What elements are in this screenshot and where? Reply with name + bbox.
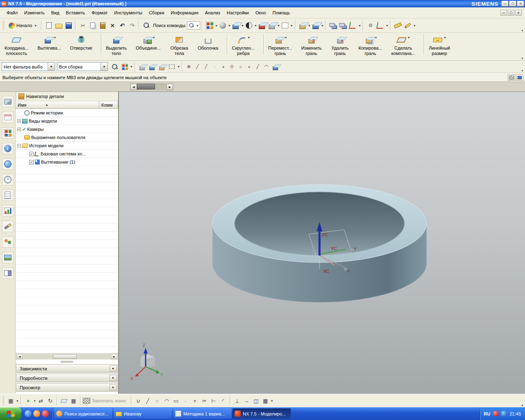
finish-sketch-icon[interactable] xyxy=(83,398,90,404)
unite-button[interactable]: ▼ Объедине... xyxy=(134,34,163,52)
snap-control-point-button[interactable]: · xyxy=(211,63,219,71)
task-button-nx-active[interactable]: NX 7.5 - Моделиро... xyxy=(233,409,291,419)
snap-point-on-face-button[interactable]: ◠ xyxy=(262,63,270,71)
background-button[interactable] xyxy=(281,21,290,30)
quick-launch-opera-icon[interactable] xyxy=(42,410,49,417)
expand-icon[interactable]: + xyxy=(17,128,21,131)
tree-item-user-expressions[interactable]: Выражения пользователя xyxy=(16,133,118,142)
arc-button[interactable]: ◠ xyxy=(162,397,171,405)
delete-button[interactable]: ✕ xyxy=(108,21,117,30)
marquee-select-button[interactable] xyxy=(167,62,176,71)
menu-insert[interactable]: Вставить xyxy=(63,9,89,17)
sketch-reattach-button[interactable]: ⇄ xyxy=(37,397,45,405)
column-header-comment[interactable]: Комм xyxy=(99,101,118,109)
prompt-window-button[interactable] xyxy=(516,74,523,81)
type-filter-combo[interactable]: Нет фильтра выбо ▼ xyxy=(2,62,55,71)
toolbar-grip[interactable] xyxy=(3,396,5,406)
graphics-window[interactable]: ZC YC XC Y X Z xyxy=(119,92,525,394)
maximize-button[interactable]: □ xyxy=(509,1,516,7)
dependencies-panel-bar[interactable]: Зависимости ▼ xyxy=(16,364,118,373)
mdi-minimize-button[interactable]: – xyxy=(500,10,507,16)
menu-file[interactable]: Файл xyxy=(3,9,21,17)
sketch-task-button[interactable]: ▦ xyxy=(7,397,15,405)
checkbox-checked-icon[interactable]: ✓ xyxy=(29,152,34,156)
snap-point-enable-button[interactable]: ⊕ xyxy=(185,63,193,71)
snap-quadrant-button[interactable]: ○ xyxy=(237,63,244,71)
orient-view-button[interactable] xyxy=(231,21,240,30)
toolbar-overflow-icon[interactable]: ▼ xyxy=(521,57,524,60)
copy-face-button[interactable]: ▼ Копирова... грань xyxy=(356,34,384,57)
mdi-close-button[interactable]: × xyxy=(515,10,522,16)
mirror-button[interactable]: ◫ xyxy=(252,397,260,405)
pattern-button[interactable]: ▦ xyxy=(261,397,270,405)
mdi-restore-button[interactable]: □ xyxy=(508,10,514,16)
move-face-button[interactable]: →▼ Перемест... грань xyxy=(266,34,294,57)
chevron-down-icon[interactable]: ▼ xyxy=(110,384,116,390)
find-component-button[interactable] xyxy=(110,62,119,71)
copy-button[interactable] xyxy=(88,21,97,30)
fillet-button[interactable]: ◜ xyxy=(219,397,228,405)
tray-update-icon[interactable] xyxy=(501,411,507,416)
checkbox-checked-icon[interactable]: ✓ xyxy=(29,160,34,164)
toolbar-grip[interactable] xyxy=(3,21,5,30)
layer-visible-button[interactable] xyxy=(338,21,347,30)
scope-filter-combo[interactable]: Вся сборка ▼ xyxy=(57,62,108,71)
synchronize-button[interactable]: ⚙ xyxy=(366,21,375,30)
snap-arc-center-button[interactable]: ⊙ xyxy=(228,63,236,71)
resize-face-button[interactable]: ▯ Изменить грань xyxy=(299,34,324,57)
details-panel-bar[interactable]: Подробности ▼ xyxy=(16,374,118,382)
view-layout-button[interactable] xyxy=(205,21,214,30)
command-finder-button[interactable] xyxy=(142,21,151,30)
datum-plane-button[interactable]: Координа... плоскость xyxy=(2,34,30,57)
minimize-button[interactable]: – xyxy=(502,1,509,7)
layer-settings-button[interactable] xyxy=(329,21,338,30)
measure-button[interactable] xyxy=(393,21,402,30)
save-button[interactable] xyxy=(64,21,73,30)
history-palette-button[interactable] xyxy=(2,174,14,185)
tree-item-extrude[interactable]: ✓ Вытягивание (1) xyxy=(16,158,118,166)
select-scope-1-button[interactable] xyxy=(138,62,147,71)
menu-information[interactable]: Информация xyxy=(167,9,201,17)
menu-preferences[interactable]: Настройки xyxy=(224,9,252,17)
command-finder-input[interactable]: ▼ xyxy=(187,21,200,30)
chevron-down-icon[interactable]: ▼ xyxy=(110,365,116,372)
snap-face-button[interactable] xyxy=(271,62,280,71)
hd3d-tools-button[interactable] xyxy=(2,205,14,217)
close-button[interactable]: × xyxy=(517,1,524,7)
combo-arrow-icon[interactable]: ▼ xyxy=(100,63,107,71)
extrude-button[interactable]: ▼ Вытягива... xyxy=(35,34,63,52)
notes-button[interactable] xyxy=(2,189,14,201)
annotation-button[interactable] xyxy=(403,21,412,30)
scroll-right-button[interactable]: ► xyxy=(167,84,173,90)
scroll-left-button[interactable]: ◄ xyxy=(130,84,137,90)
menu-analysis[interactable]: Анализ xyxy=(202,9,224,17)
combo-arrow-icon[interactable]: ▼ xyxy=(48,63,55,71)
menu-tools[interactable]: Инструменты xyxy=(111,9,146,17)
chevron-down-icon[interactable]: ▼ xyxy=(110,375,116,381)
menu-assemblies[interactable]: Сборки xyxy=(146,9,167,17)
language-indicator[interactable]: RU xyxy=(484,411,491,416)
circle-button[interactable]: ○ xyxy=(153,397,162,405)
task-button-document-metodika[interactable]: Методика 1 вариа... xyxy=(173,409,231,419)
trim-button[interactable]: ✂ xyxy=(200,397,209,405)
quick-launch-firefox-icon[interactable] xyxy=(33,410,40,417)
menu-edit[interactable]: Изменить xyxy=(21,9,48,17)
tree-item-model-views[interactable]: + Виды модели xyxy=(16,117,118,125)
pan-button[interactable] xyxy=(298,21,307,30)
toolbar-overflow-icon[interactable]: ▼ xyxy=(521,404,524,407)
quick-launch-browser-icon[interactable] xyxy=(25,410,32,417)
linear-dimension-button[interactable]: ↔▼ Линейный размер xyxy=(427,34,452,57)
select-scope-3-button[interactable] xyxy=(158,62,167,71)
scroll-thumb[interactable] xyxy=(53,354,77,359)
scroll-track[interactable] xyxy=(23,354,110,359)
trim-body-button[interactable]: Обрезка тела xyxy=(168,34,191,57)
start-button[interactable] xyxy=(0,407,21,420)
extend-button[interactable]: ⊢ xyxy=(210,397,218,405)
paste-button[interactable] xyxy=(98,21,107,30)
sketch-grid-button[interactable]: ▦ xyxy=(69,397,78,405)
snap-midpoint-button[interactable]: ╱ xyxy=(202,63,210,71)
tree-item-history-mode[interactable]: Режим истории xyxy=(16,109,118,117)
assembly-navigator-button[interactable] xyxy=(2,96,14,107)
cut-button[interactable]: ✂ xyxy=(78,21,87,30)
scroll-left-button[interactable]: ◄ xyxy=(16,354,23,359)
